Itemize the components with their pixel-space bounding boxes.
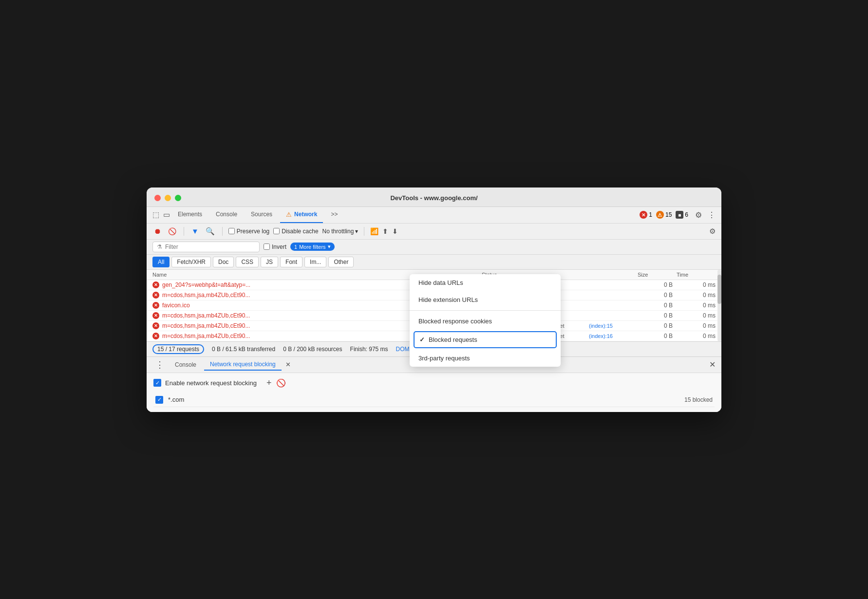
- info-badge: ■ 6: [676, 211, 688, 219]
- tab-elements[interactable]: Elements: [172, 207, 208, 223]
- blocked-requests-checkmark: ✓: [419, 336, 425, 343]
- blocked-count: 15 blocked: [684, 396, 713, 403]
- rule-pattern: *.com: [168, 396, 184, 403]
- filter-js-button[interactable]: JS: [261, 257, 278, 267]
- clear-button[interactable]: 🚫: [167, 226, 178, 237]
- header-initiator: [589, 272, 638, 278]
- network-warning-icon: ⚠: [286, 211, 292, 218]
- type-filter-bar: All Fetch/XHR Doc CSS JS Font Im... Othe…: [147, 255, 721, 270]
- close-button[interactable]: [154, 195, 161, 201]
- bottom-panel-more-icon[interactable]: ⋮: [152, 359, 167, 370]
- filter-input[interactable]: [165, 243, 255, 250]
- row-error-icon-5: ✕: [152, 322, 159, 329]
- download-icon[interactable]: ⬇: [392, 227, 398, 235]
- row-error-icon-3: ✕: [152, 302, 159, 309]
- blocking-rule-item: ✓ *.com 15 blocked: [153, 393, 715, 407]
- filter-input-container: ⚗: [152, 242, 260, 252]
- tab-bottom-console[interactable]: Console: [169, 359, 202, 370]
- enable-blocking-checkbox[interactable]: ✓: [153, 379, 161, 387]
- tab-more[interactable]: >>: [325, 207, 343, 223]
- close-bottom-panel-button[interactable]: ✕: [709, 360, 716, 369]
- row-time-4: 0 ms: [677, 312, 716, 319]
- more-options-icon[interactable]: ⋮: [708, 210, 716, 220]
- disable-cache-checkbox[interactable]: Disable cache: [273, 228, 318, 235]
- warning-badge: ⚠ 15: [656, 211, 672, 219]
- upload-icon[interactable]: ⬆: [382, 227, 388, 235]
- add-rule-button[interactable]: +: [266, 378, 272, 388]
- tab-console[interactable]: Console: [210, 207, 243, 223]
- titlebar: DevTools - www.google.com/: [147, 187, 721, 207]
- traffic-lights: [154, 195, 181, 201]
- 3rd-party-requests-label: 3rd-party requests: [418, 355, 470, 362]
- error-icon: ✕: [640, 211, 647, 219]
- tab-bottom-network-request-blocking[interactable]: Network request blocking: [204, 359, 282, 371]
- more-filters-dropdown: Hide data URLs Hide extension URLs Block…: [410, 274, 561, 367]
- throttle-dropdown-icon: ▾: [355, 228, 358, 235]
- filter-img-button[interactable]: Im...: [304, 257, 326, 267]
- dropdown-blocked-requests[interactable]: ✓ Blocked requests: [415, 332, 556, 347]
- toolbar-divider2: [222, 227, 223, 236]
- resources-status: 0 B / 200 kB resources: [283, 346, 342, 353]
- dropdown-hide-extension-urls[interactable]: Hide extension URLs: [410, 291, 561, 308]
- row-time-1: 0 ms: [677, 281, 716, 288]
- row-size-3: 0 B: [638, 302, 677, 309]
- hide-extension-urls-label: Hide extension URLs: [418, 296, 478, 303]
- rule-checkbox[interactable]: ✓: [155, 396, 163, 404]
- close-tab-icon[interactable]: ✕: [283, 360, 293, 369]
- preserve-log-checkbox[interactable]: Preserve log: [228, 228, 269, 235]
- throttling-select[interactable]: No throttling ▾: [322, 228, 359, 235]
- tab-bar: ⬚ ▭ Elements Console Sources ⚠ Network >…: [147, 207, 721, 224]
- filter-font-button[interactable]: Font: [280, 257, 302, 267]
- row-initiator-6: (index):16: [589, 333, 638, 339]
- dropdown-hide-data-urls[interactable]: Hide data URLs: [410, 274, 561, 291]
- row-time-6: 0 ms: [677, 333, 716, 339]
- finish-status: Finish: 975 ms: [350, 346, 388, 353]
- clear-rules-button[interactable]: 🚫: [276, 378, 286, 388]
- filter-fetch-xhr-button[interactable]: Fetch/XHR: [171, 257, 211, 267]
- row-time-2: 0 ms: [677, 292, 716, 299]
- devtools-window: DevTools - www.google.com/ ⬚ ▭ Elements …: [147, 187, 721, 412]
- settings-icon[interactable]: ⚙: [695, 210, 702, 220]
- filter-icon[interactable]: ▼: [190, 225, 200, 237]
- network-settings-icon[interactable]: ⚙: [709, 227, 716, 236]
- pointer-icon[interactable]: ⬚: [152, 210, 159, 219]
- tab-network[interactable]: ⚠ Network: [280, 207, 323, 223]
- dropdown-blocked-response-cookies[interactable]: Blocked response cookies: [410, 313, 561, 330]
- row-size-2: 0 B: [638, 292, 677, 299]
- dropdown-divider: [410, 310, 561, 311]
- row-time-5: 0 ms: [677, 322, 716, 329]
- blocking-panel: ✓ Enable network request blocking + 🚫 ✓ …: [147, 373, 721, 412]
- filter-other-button[interactable]: Other: [328, 257, 354, 267]
- dropdown-blocked-requests-container: ✓ Blocked requests: [414, 331, 557, 348]
- row-size-5: 0 B: [638, 322, 677, 329]
- network-toolbar: ⏺ 🚫 ▼ 🔍 Preserve log Disable cache No th…: [147, 224, 721, 240]
- maximize-button[interactable]: [175, 195, 181, 201]
- dropdown-3rd-party-requests[interactable]: 3rd-party requests: [410, 350, 561, 367]
- hide-data-urls-label: Hide data URLs: [418, 279, 463, 286]
- row-size-6: 0 B: [638, 333, 677, 339]
- scrollbar-thumb[interactable]: [717, 275, 721, 304]
- search-icon[interactable]: 🔍: [204, 225, 216, 237]
- row-error-icon-2: ✕: [152, 292, 159, 299]
- row-initiator-5: (index):15: [589, 323, 638, 329]
- more-filters-button[interactable]: 1 More filters ▾: [290, 243, 335, 251]
- toolbar-divider3: [364, 227, 364, 236]
- invert-checkbox[interactable]: Invert: [264, 243, 286, 250]
- device-icon[interactable]: ▭: [163, 210, 170, 219]
- filter-all-button[interactable]: All: [152, 257, 170, 267]
- filter-css-button[interactable]: CSS: [236, 257, 259, 267]
- blocked-response-cookies-label: Blocked response cookies: [418, 318, 492, 325]
- filter-funnel-icon: ⚗: [157, 243, 162, 250]
- row-error-icon-1: ✕: [152, 281, 159, 288]
- row-error-icon-4: ✕: [152, 312, 159, 319]
- filter-doc-button[interactable]: Doc: [213, 257, 234, 267]
- scrollbar[interactable]: [717, 270, 721, 341]
- tab-sources[interactable]: Sources: [245, 207, 278, 223]
- stop-recording-button[interactable]: ⏺: [152, 225, 163, 237]
- enable-blocking-label: Enable network request blocking: [165, 379, 257, 387]
- minimize-button[interactable]: [165, 195, 171, 201]
- info-icon: ■: [676, 211, 683, 219]
- error-badges: ✕ 1 ⚠ 15 ■ 6 ⚙ ⋮: [640, 210, 716, 220]
- row-size-4: 0 B: [638, 312, 677, 319]
- wifi-icon[interactable]: 📶: [370, 227, 378, 235]
